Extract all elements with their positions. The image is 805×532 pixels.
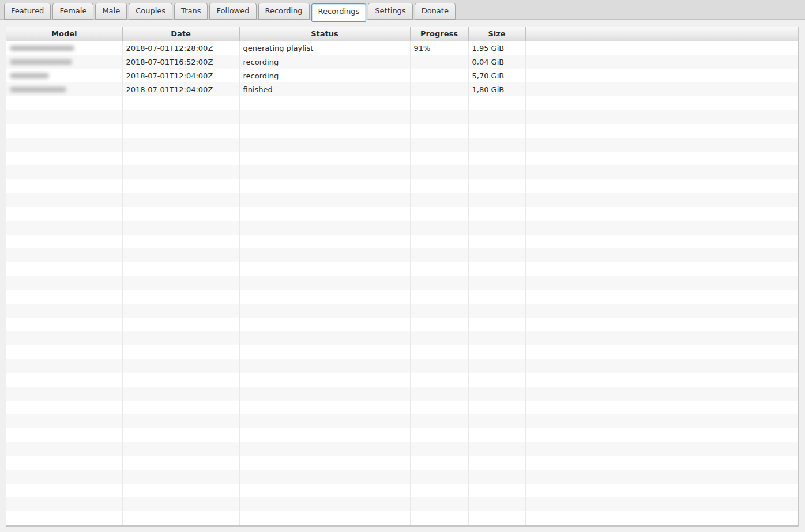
cell-model — [6, 82, 122, 96]
column-header-size[interactable]: Size — [468, 27, 525, 41]
empty-table-row[interactable] — [6, 414, 798, 428]
empty-table-row[interactable] — [6, 262, 798, 276]
tab-trans[interactable]: Trans — [174, 3, 208, 20]
cell-status: recording — [239, 55, 410, 69]
empty-cell — [122, 331, 239, 345]
tab-recordings[interactable]: Recordings — [311, 3, 367, 22]
empty-table-row[interactable] — [6, 401, 798, 414]
empty-table-row[interactable] — [6, 193, 798, 207]
recording-row[interactable]: 2018-07-01T12:04:00Zfinished1,80 GiB — [6, 82, 798, 96]
empty-cell — [410, 207, 468, 221]
empty-table-row[interactable] — [6, 345, 798, 359]
empty-cell — [122, 304, 239, 318]
empty-cell — [468, 262, 525, 276]
empty-cell — [468, 456, 525, 470]
tab-donate[interactable]: Donate — [415, 3, 456, 20]
empty-cell — [468, 359, 525, 373]
empty-cell — [239, 359, 410, 373]
column-header-status[interactable]: Status — [239, 27, 410, 41]
empty-table-row[interactable] — [6, 179, 798, 193]
tab-female[interactable]: Female — [52, 3, 93, 20]
empty-table-row[interactable] — [6, 110, 798, 124]
empty-table-row[interactable] — [6, 428, 798, 442]
empty-table-row[interactable] — [6, 359, 798, 373]
empty-cell — [239, 207, 410, 221]
empty-table-row[interactable] — [6, 442, 798, 456]
column-header-model[interactable]: Model — [6, 27, 122, 41]
empty-cell — [525, 248, 798, 262]
empty-table-row[interactable] — [6, 276, 798, 290]
empty-cell — [6, 221, 122, 235]
empty-cell — [122, 221, 239, 235]
cell-filler — [525, 69, 798, 82]
column-header-date[interactable]: Date — [122, 27, 239, 41]
empty-cell — [525, 373, 798, 387]
recordings-table: ModelDateStatusProgressSize 2018-07-01T1… — [6, 27, 798, 525]
empty-cell — [468, 152, 525, 165]
recording-row[interactable]: 2018-07-01T12:04:00Zrecording5,70 GiB — [6, 69, 798, 82]
empty-cell — [239, 290, 410, 304]
content-area: ModelDateStatusProgressSize 2018-07-01T1… — [0, 20, 805, 527]
empty-table-row[interactable] — [6, 497, 798, 511]
empty-cell — [410, 318, 468, 331]
empty-table-row[interactable] — [6, 470, 798, 484]
column-header-filler — [525, 27, 798, 41]
empty-table-row[interactable] — [6, 207, 798, 221]
empty-table-row[interactable] — [6, 484, 798, 497]
empty-cell — [122, 152, 239, 165]
empty-table-row[interactable] — [6, 152, 798, 165]
empty-cell — [6, 110, 122, 124]
table-header-row: ModelDateStatusProgressSize — [6, 27, 798, 41]
empty-cell — [410, 484, 468, 497]
empty-cell — [410, 470, 468, 484]
tab-settings[interactable]: Settings — [368, 3, 412, 20]
empty-table-row[interactable] — [6, 235, 798, 248]
empty-cell — [6, 262, 122, 276]
empty-cell — [6, 428, 122, 442]
empty-cell — [239, 387, 410, 401]
empty-cell — [122, 456, 239, 470]
cell-progress — [410, 55, 468, 69]
recording-row[interactable]: 2018-07-01T16:52:00Zrecording0,04 GiB — [6, 55, 798, 69]
empty-cell — [410, 96, 468, 110]
empty-table-row[interactable] — [6, 331, 798, 345]
empty-cell — [122, 138, 239, 152]
empty-cell — [468, 248, 525, 262]
empty-cell — [6, 401, 122, 414]
empty-table-row[interactable] — [6, 456, 798, 470]
empty-cell — [410, 138, 468, 152]
empty-cell — [525, 442, 798, 456]
empty-cell — [6, 414, 122, 428]
empty-table-row[interactable] — [6, 304, 798, 318]
empty-cell — [525, 276, 798, 290]
empty-table-row[interactable] — [6, 290, 798, 304]
column-header-progress[interactable]: Progress — [410, 27, 468, 41]
empty-table-row[interactable] — [6, 221, 798, 235]
tab-followed[interactable]: Followed — [209, 3, 256, 20]
empty-cell — [525, 165, 798, 179]
cell-progress: 91% — [410, 41, 468, 55]
empty-cell — [468, 497, 525, 511]
tab-couples[interactable]: Couples — [129, 3, 172, 20]
empty-table-row[interactable] — [6, 248, 798, 262]
empty-table-row[interactable] — [6, 165, 798, 179]
empty-table-row[interactable] — [6, 138, 798, 152]
tab-featured[interactable]: Featured — [4, 3, 51, 20]
cell-status: generating playlist — [239, 41, 410, 55]
empty-cell — [239, 484, 410, 497]
recording-row[interactable]: 2018-07-01T12:28:00Zgenerating playlist9… — [6, 41, 798, 55]
empty-cell — [525, 401, 798, 414]
empty-table-row[interactable] — [6, 373, 798, 387]
empty-cell — [6, 511, 122, 525]
empty-cell — [410, 345, 468, 359]
empty-table-row[interactable] — [6, 387, 798, 401]
empty-table-row[interactable] — [6, 511, 798, 525]
empty-cell — [239, 124, 410, 138]
empty-cell — [239, 373, 410, 387]
empty-cell — [6, 193, 122, 207]
empty-table-row[interactable] — [6, 318, 798, 331]
tab-male[interactable]: Male — [95, 3, 127, 20]
empty-table-row[interactable] — [6, 124, 798, 138]
empty-table-row[interactable] — [6, 96, 798, 110]
tab-recording[interactable]: Recording — [258, 3, 310, 20]
